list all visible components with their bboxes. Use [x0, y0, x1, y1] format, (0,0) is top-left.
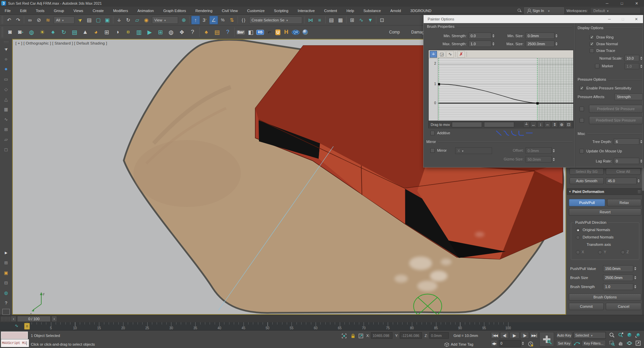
- panel-icon[interactable]: ▥: [134, 27, 144, 38]
- y-coordinate-field[interactable]: -12146.086: [400, 332, 422, 339]
- box-tool-icon[interactable]: ▭: [2, 75, 10, 83]
- zoom-icon[interactable]: [608, 332, 616, 339]
- trackbar-grip[interactable]: [1, 317, 11, 321]
- select-cursor-icon[interactable]: ➤: [0, 43, 11, 54]
- unlink-icon[interactable]: ⊘: [35, 16, 43, 24]
- frame-range-indicator[interactable]: 0 / 100: [17, 316, 51, 322]
- contrast-icon[interactable]: ◧: [246, 27, 256, 38]
- edit-named-sets-icon[interactable]: { }: [239, 16, 248, 24]
- undo-icon[interactable]: ↶: [5, 16, 13, 24]
- key-mode-dropdown[interactable]: Selected: [574, 332, 606, 339]
- key-mode-icon[interactable]: [574, 340, 580, 347]
- additive-checkbox[interactable]: [430, 131, 435, 135]
- expand-arrow-icon[interactable]: ▶: [2, 249, 10, 257]
- menu-item-graph-editors[interactable]: Graph Editors: [159, 7, 191, 15]
- rectangular-region-icon[interactable]: ▢: [94, 16, 103, 24]
- push-pull-value-field[interactable]: 150.0mm: [603, 265, 633, 272]
- curve-editor-icon[interactable]: ∿: [357, 16, 366, 24]
- normal-scale-field[interactable]: 10.0: [625, 55, 639, 61]
- select-by-name-icon[interactable]: ▤: [85, 16, 94, 24]
- zoom-region-icon[interactable]: ⊡: [566, 122, 572, 128]
- layout-b-icon[interactable]: ⊟: [2, 279, 10, 287]
- brush-options-button[interactable]: Brush Options: [569, 293, 641, 301]
- maximize-button[interactable]: [614, 0, 629, 7]
- video-icon[interactable]: ▶: [145, 27, 155, 38]
- rb-icon[interactable]: RB: [256, 30, 264, 35]
- max-size-field[interactable]: 2500.0mm: [526, 41, 554, 47]
- menu-item-scripting[interactable]: Scripting: [269, 7, 293, 15]
- menu-item-3dground[interactable]: 3DGROUND: [406, 7, 436, 15]
- draw-normal-checkbox[interactable]: [590, 42, 594, 46]
- comp-button[interactable]: Comp: [386, 29, 403, 35]
- z-coordinate-field[interactable]: 0.0mm: [429, 332, 449, 339]
- select-scale-icon[interactable]: ▱: [133, 16, 142, 24]
- normal-scale-spinner[interactable]: [639, 55, 643, 61]
- auto-smooth-button[interactable]: Auto Smooth: [570, 178, 604, 184]
- menu-item-tools[interactable]: Tools: [31, 7, 49, 15]
- notes-icon[interactable]: ▤: [212, 27, 222, 38]
- trees-icon[interactable]: ♠: [201, 27, 211, 38]
- help-circle-icon[interactable]: ?: [223, 27, 233, 38]
- push-pull-button[interactable]: Push/Pull: [569, 199, 605, 206]
- grid-tool-icon[interactable]: ⊞: [2, 125, 10, 133]
- layer-explorer-icon[interactable]: ▤: [327, 16, 336, 24]
- select-rotate-icon[interactable]: ↻: [124, 16, 132, 24]
- panel-scrollbar[interactable]: [642, 167, 644, 315]
- mirror-checkbox[interactable]: [430, 148, 435, 153]
- move-point-icon[interactable]: [430, 51, 437, 58]
- next-key-button[interactable]: ||▶: [520, 332, 529, 339]
- zoom-extents-all-icon[interactable]: [634, 332, 642, 339]
- brush-size-field[interactable]: 2500.0mm: [603, 274, 633, 281]
- use-pivot-center-icon[interactable]: ⊕: [179, 16, 188, 24]
- min-strength-spinner[interactable]: [491, 32, 495, 39]
- zoom-v-extents-icon[interactable]: ↕: [537, 122, 544, 128]
- render-setup-icon[interactable]: ▼: [366, 16, 375, 24]
- deformed-normals-radio[interactable]: [576, 235, 580, 239]
- maxscript-output[interactable]: [1, 332, 28, 339]
- lag-rate-field[interactable]: 0: [614, 158, 639, 164]
- lag-rate-spinner[interactable]: [639, 158, 643, 164]
- close-button[interactable]: [629, 0, 644, 7]
- frame-spinner[interactable]: [521, 340, 525, 347]
- auto-key-button[interactable]: Auto Key: [556, 332, 572, 339]
- redo-icon[interactable]: ↷: [14, 16, 22, 24]
- spinner-snap-icon[interactable]: ⇅: [227, 16, 236, 24]
- curve-presets[interactable]: [495, 130, 534, 136]
- camera-icon[interactable]: ◙: [5, 27, 15, 38]
- auto-smooth-field[interactable]: 45.0: [606, 178, 637, 184]
- help-rail-icon[interactable]: ?: [2, 299, 10, 307]
- align-icon[interactable]: ≡: [315, 16, 324, 24]
- menu-item-edit[interactable]: Edit: [15, 7, 31, 15]
- sign-in-button[interactable]: Sign In: [524, 7, 564, 14]
- angle-snap-icon[interactable]: ∠: [209, 16, 218, 24]
- window-crossing-icon[interactable]: ▣: [103, 16, 112, 24]
- draw-trace-checkbox[interactable]: [590, 49, 594, 53]
- zoom-icon[interactable]: ⊕: [558, 122, 565, 128]
- next-frame-button[interactable]: [51, 316, 57, 322]
- maximize-viewport-icon[interactable]: [634, 340, 642, 347]
- dialog-title-bar[interactable]: Painter Options: [424, 15, 643, 23]
- orbit-icon[interactable]: [625, 340, 633, 347]
- viewport-label[interactable]: [ + ] [ Orthographic ] [ Standard ] [ De…: [15, 41, 107, 45]
- menu-item-interactive[interactable]: Interactive: [293, 7, 320, 15]
- schematic-view-icon[interactable]: ⊡: [378, 16, 386, 24]
- min-size-spinner[interactable]: [554, 32, 558, 39]
- circle-select-icon[interactable]: ○: [2, 55, 10, 63]
- viewport-layout-icon[interactable]: [2, 309, 10, 315]
- shape-tool-icon[interactable]: ◻: [2, 145, 10, 153]
- play-button[interactable]: ▶: [509, 332, 520, 339]
- fire-icon[interactable]: ◕: [91, 27, 101, 38]
- previous-frame-button[interactable]: [11, 316, 16, 322]
- menu-item-civil-view[interactable]: Civil View: [217, 7, 242, 15]
- brush-strength-field[interactable]: 1.0: [603, 283, 633, 290]
- toolbar-grip[interactable]: [4, 41, 8, 43]
- go-to-end-button[interactable]: ▶▶|: [530, 332, 538, 339]
- curve-y-field[interactable]: [484, 122, 514, 127]
- axis-x-radio[interactable]: [576, 250, 580, 254]
- menu-item-customize[interactable]: Customize: [243, 7, 269, 15]
- bitmap-icon[interactable]: Bm²: [236, 30, 245, 34]
- select-object-icon[interactable]: ➤: [74, 14, 86, 26]
- zoom-h-extents-icon[interactable]: ↔: [530, 122, 537, 128]
- menu-item-modifiers[interactable]: Modifiers: [108, 7, 133, 15]
- selection-lock-icon[interactable]: [350, 333, 356, 339]
